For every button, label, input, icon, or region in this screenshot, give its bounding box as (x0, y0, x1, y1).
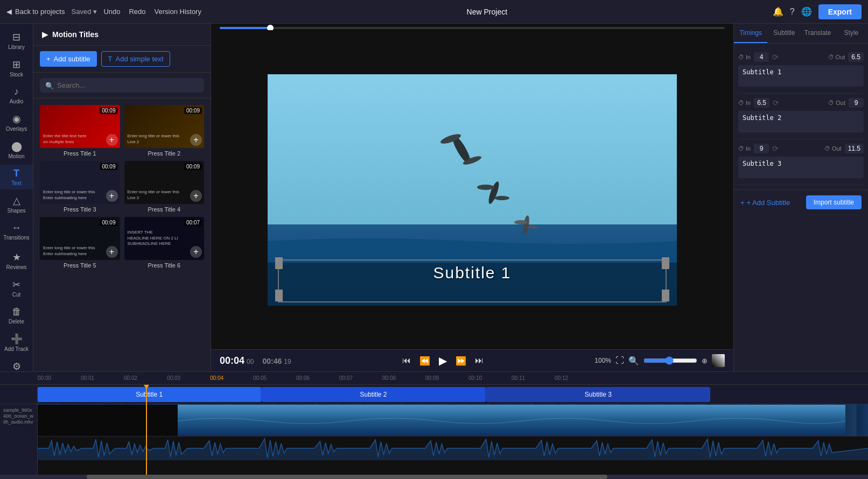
subtitle-block-3[interactable]: Subtitle 3 (486, 387, 710, 402)
fullscreen-button[interactable]: ⛶ (615, 356, 624, 365)
version-history-button[interactable]: Version History (155, 8, 201, 16)
timeline-scrollbar[interactable] (0, 475, 868, 479)
skip-end-button[interactable]: ⏭ (475, 356, 484, 365)
sidebar-item-add-track[interactable]: ➕ Add Track (0, 330, 33, 355)
template-add-button-1[interactable]: + (106, 134, 118, 146)
out-value-3[interactable]: 11.5 (845, 144, 864, 153)
thumb-text-5: Enter long title or lower thisEnter subh… (43, 245, 95, 257)
in-label-1: ⏱ In (738, 54, 751, 60)
sidebar-item-delete[interactable]: 🗑 Delete (0, 303, 33, 328)
video-filename: sample_960x400_ocean_with_audio.mkv (3, 407, 34, 425)
color-preview (712, 354, 725, 367)
panel-actions: + Add subtitle T Add simple text (33, 46, 211, 73)
notifications-icon[interactable]: 🔔 (773, 6, 783, 17)
subtitle-block-2[interactable]: Subtitle 2 (262, 387, 486, 402)
ruler-mark-5: 00:05 (253, 375, 267, 381)
import-subtitle-btn[interactable]: Import subtitle (806, 195, 862, 209)
template-add-button-2[interactable]: + (190, 134, 202, 146)
fast-forward-button[interactable]: ⏩ (456, 356, 466, 366)
template-add-button-3[interactable]: + (106, 190, 118, 202)
template-add-button-4[interactable]: + (190, 190, 202, 202)
subtitle-text-2[interactable]: Subtitle 2 (738, 111, 864, 132)
add-subtitle-btn[interactable]: + + Add Subtitle (740, 199, 790, 207)
zoom-slider[interactable] (643, 356, 697, 365)
right-panel: Timings Subtitle Translate Style ⏱ In 4 … (733, 24, 868, 371)
back-button[interactable]: ◀ Back to projects (6, 8, 65, 16)
redo-button[interactable]: Redo (129, 8, 145, 16)
help-icon[interactable]: ? (790, 7, 795, 17)
progress-bar[interactable] (220, 27, 725, 29)
template-add-button-6[interactable]: + (190, 246, 202, 258)
rewind-button[interactable]: ⏪ (419, 356, 430, 366)
tab-timings[interactable]: Timings (734, 24, 767, 43)
sidebar-item-motion[interactable]: ⬤ Motion (0, 137, 33, 163)
out-value-2[interactable]: 9 (849, 98, 864, 108)
template-press-title-2[interactable]: Enter long title or lower thisLine 2 00:… (124, 105, 205, 157)
sidebar-item-audio[interactable]: ♪ Audio (0, 83, 33, 108)
template-thumb-2: Enter long title or lower thisLine 2 00:… (124, 105, 205, 148)
in-value-1[interactable]: 4 (754, 52, 769, 62)
in-value-3[interactable]: 9 (754, 144, 769, 153)
tab-subtitle[interactable]: Subtitle (767, 24, 801, 43)
sidebar-item-settings[interactable]: ⚙ Settings (0, 357, 33, 371)
svg-point-5 (477, 185, 494, 190)
sidebar-item-library[interactable]: ⊟ Library (0, 28, 33, 53)
sidebar-item-shapes[interactable]: △ Shapes (0, 192, 33, 217)
add-subtitle-row: + + Add Subtitle Import subtitle (734, 189, 868, 215)
sync-icon-2[interactable]: ⟳ (773, 98, 779, 107)
globe-icon[interactable]: 🌐 (801, 6, 812, 17)
tab-translate[interactable]: Translate (801, 24, 835, 43)
search-input[interactable] (40, 78, 204, 93)
sidebar-label-library: Library (8, 44, 25, 50)
play-button[interactable]: ▶ (439, 354, 447, 367)
zoom-in-icon[interactable]: ⊕ (702, 357, 708, 365)
sync-icon-3[interactable]: ⟳ (772, 144, 779, 153)
sidebar-item-transitions[interactable]: ↔ Transitions (0, 219, 33, 244)
playhead[interactable] (146, 385, 147, 475)
sync-icon-1[interactable]: ⟳ (772, 53, 779, 61)
sidebar-item-text[interactable]: T Text (0, 165, 33, 189)
tab-style[interactable]: Style (835, 24, 868, 43)
template-add-button-5[interactable]: + (106, 246, 118, 258)
sidebar-item-reviews[interactable]: ★ Reviews (0, 248, 33, 273)
template-press-title-1[interactable]: Enter the title text hereon multiple lin… (40, 105, 120, 157)
topbar-left: ◀ Back to projects Saved ▾ Undo Redo Ver… (6, 8, 201, 16)
timeline-scroll-thumb[interactable] (87, 475, 607, 479)
skip-start-button[interactable]: ⏮ (402, 356, 411, 365)
shapes-icon: △ (13, 195, 20, 207)
sidebar-item-stock[interactable]: ⊞ Stock (0, 55, 33, 81)
sidebar-label-overlays: Overlays (6, 126, 27, 132)
subtitle-text-3[interactable]: Subtitle 3 (738, 157, 864, 178)
ruler-mark-12: 00:12 (555, 375, 568, 381)
svg-rect-17 (178, 405, 845, 436)
in-value-2[interactable]: 6.5 (754, 98, 769, 108)
sidebar-item-overlays[interactable]: ◉ Overlays (0, 110, 33, 135)
ruler-mark-9: 00:09 (425, 375, 439, 381)
template-press-title-5[interactable]: Enter long title or lower thisEnter subh… (40, 217, 120, 269)
out-value-1[interactable]: 6.5 (848, 52, 864, 62)
sidebar-label-delete: Delete (9, 319, 24, 325)
zoom-out-icon[interactable]: 🔍 (628, 356, 639, 366)
svg-point-9 (527, 226, 538, 229)
template-press-title-4[interactable]: Enter long title or lower thisLine 2 00:… (124, 161, 205, 213)
subtitle-entry-3: ⏱ In 9 ⟳ ⏱ Out 11.5 Subtitle 3 (738, 139, 864, 185)
undo-button[interactable]: Undo (103, 8, 120, 16)
progress-bar-container[interactable] (211, 24, 733, 30)
sidebar-item-cut[interactable]: ✂ Cut (0, 276, 33, 301)
playback-buttons: ⏮ ⏪ ▶ ⏩ ⏭ (402, 354, 484, 367)
subtitle-block-1[interactable]: Subtitle 1 (38, 387, 262, 402)
export-button[interactable]: Export (818, 4, 862, 19)
in-text-3: In (746, 145, 751, 152)
template-press-title-6[interactable]: INSERT THEHEADLINE HERE ON 2 LISUBHEADLI… (124, 217, 205, 269)
thumb-text-3: Enter long title or lower thisEnter subh… (43, 189, 95, 201)
add-simple-text-button[interactable]: T Add simple text (101, 51, 171, 67)
saved-label: Saved (72, 8, 92, 16)
time-display: 00:04 00 00:46 19 (220, 355, 291, 367)
template-press-title-3[interactable]: Enter long title or lower thisEnter subh… (40, 161, 120, 213)
saved-dropdown-icon[interactable]: ▾ (93, 8, 97, 16)
svg-point-8 (514, 220, 527, 224)
subtitle-text-1[interactable]: Subtitle 1 (738, 65, 864, 87)
in-text-1: In (746, 54, 751, 60)
add-subtitle-button[interactable]: + Add subtitle (40, 51, 97, 67)
in-icon-2: ⏱ (738, 100, 744, 106)
